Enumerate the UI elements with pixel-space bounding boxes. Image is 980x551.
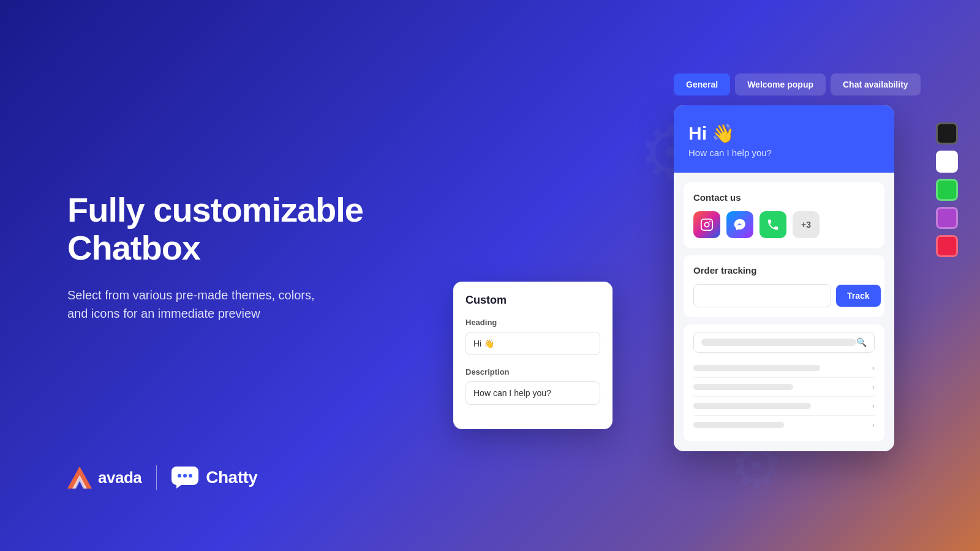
color-swatch-purple[interactable] <box>936 207 958 229</box>
tracking-input-wrapper: 🔍 <box>693 284 831 307</box>
faq-item-3[interactable]: › <box>693 397 875 416</box>
color-swatch-black[interactable] <box>936 122 958 144</box>
contact-icons: +3 <box>693 211 875 238</box>
messenger-icon[interactable] <box>726 211 753 238</box>
custom-panel-title: Custom <box>466 294 600 307</box>
tracking-input-row: 🔍 Track <box>693 284 875 307</box>
faq-chevron-4: › <box>872 421 875 429</box>
chat-sub: How can I help you? <box>688 148 880 158</box>
faq-chevron-2: › <box>872 383 875 391</box>
description-label: Description <box>466 367 600 377</box>
faq-section: 🔍 › › › › <box>684 324 884 441</box>
tab-welcome-popup[interactable]: Welcome popup <box>735 73 826 96</box>
phone-icon[interactable] <box>760 211 786 238</box>
color-swatch-white[interactable] <box>936 151 958 173</box>
custom-panel: Custom Heading Description <box>453 282 612 429</box>
logo-divider <box>156 465 157 490</box>
description-input[interactable] <box>466 381 600 405</box>
track-button[interactable]: Track <box>836 285 881 307</box>
tracking-title: Order tracking <box>693 265 875 276</box>
svg-point-8 <box>704 222 709 227</box>
avada-label: avada <box>98 468 141 487</box>
faq-search-placeholder <box>701 339 856 346</box>
faq-line-2 <box>693 384 793 390</box>
more-icon[interactable]: +3 <box>793 211 820 238</box>
chatty-logo: Chatty <box>172 467 257 489</box>
chatty-label: Chatty <box>206 468 257 487</box>
heading-label: Heading <box>466 318 600 327</box>
chat-header: Hi 👋 How can I help you? <box>674 105 894 173</box>
svg-marker-6 <box>176 485 181 489</box>
color-swatch-green[interactable] <box>936 179 958 201</box>
faq-line-4 <box>693 422 784 428</box>
sub-heading: Select from various pre-made themes, col… <box>67 287 423 323</box>
heading-input[interactable] <box>466 332 600 355</box>
faq-search-icon: 🔍 <box>856 337 867 347</box>
left-content-area: Fully customizable Chatbox Select from v… <box>67 191 423 359</box>
main-heading: Fully customizable Chatbox <box>67 191 423 266</box>
contact-title: Contact us <box>693 192 875 203</box>
description-group: Description <box>466 367 600 414</box>
heading-group: Heading <box>466 318 600 365</box>
tracking-section: Order tracking 🔍 Track <box>684 255 884 317</box>
color-picker <box>936 122 958 257</box>
faq-chevron-3: › <box>872 402 875 410</box>
avada-icon <box>67 467 92 489</box>
instagram-icon[interactable] <box>693 211 720 238</box>
svg-point-4 <box>183 474 187 478</box>
avada-logo: avada <box>67 467 141 489</box>
faq-search-row: 🔍 <box>693 332 875 353</box>
tracking-input[interactable] <box>693 284 831 307</box>
tab-buttons: General Welcome popup Chat availability <box>674 73 931 96</box>
chat-body: Contact us <box>674 173 894 451</box>
right-panel: General Welcome popup Chat availability … <box>674 73 931 451</box>
tab-chat-availability[interactable]: Chat availability <box>831 73 921 96</box>
contact-section: Contact us <box>684 182 884 248</box>
svg-point-3 <box>178 474 181 478</box>
faq-item-1[interactable]: › <box>693 359 875 378</box>
svg-point-9 <box>709 221 710 222</box>
chat-card: Hi 👋 How can I help you? Contact us <box>674 105 894 451</box>
svg-point-5 <box>189 474 192 478</box>
chatty-icon <box>172 467 198 489</box>
logo-area: avada Chatty <box>67 465 257 490</box>
faq-item-4[interactable]: › <box>693 416 875 434</box>
faq-line-1 <box>693 365 820 371</box>
svg-rect-7 <box>701 219 712 230</box>
color-swatch-red[interactable] <box>936 235 958 257</box>
faq-item-2[interactable]: › <box>693 378 875 397</box>
faq-chevron-1: › <box>872 364 875 372</box>
faq-line-3 <box>693 403 811 409</box>
chat-greeting: Hi 👋 <box>688 122 880 144</box>
tab-general[interactable]: General <box>674 73 730 96</box>
